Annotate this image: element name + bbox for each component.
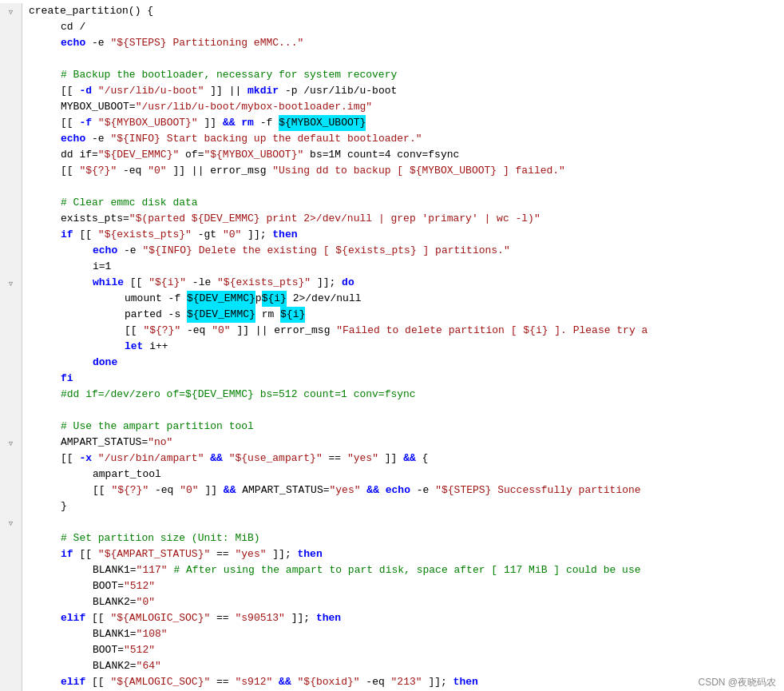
gutter-row — [0, 147, 22, 163]
gutter-row — [0, 83, 22, 99]
gutter-row — [0, 451, 22, 467]
fold-icon: ▿ — [7, 5, 14, 18]
gutter-row-while: ▿ — [0, 275, 22, 291]
code-line-empty2 — [29, 179, 784, 195]
gutter-row — [0, 163, 22, 179]
code-line-if1: if [[ "${exists_pts}" -gt "0" ]]; then — [29, 227, 784, 243]
code-line-echo2: echo -e "${INFO} Delete the existing [ $… — [29, 243, 784, 259]
gutter-row — [0, 51, 22, 67]
code-line-empty3 — [29, 403, 784, 419]
gutter-row — [0, 99, 22, 115]
code-line-3: echo -e "${STEPS} Partitioning eMMC..." — [29, 35, 784, 51]
code-line-boot2: BOOT= "512" — [29, 642, 784, 658]
gutter-row — [0, 179, 22, 195]
gutter-row — [0, 307, 22, 323]
gutter-row — [0, 291, 22, 307]
gutter-row — [0, 562, 22, 578]
code-line-i1: i=1 — [29, 259, 784, 275]
gutter-row — [0, 467, 22, 483]
code-line-9: echo -e "${INFO} Start backing up the de… — [29, 131, 784, 147]
gutter-row — [0, 19, 22, 35]
highlight-i-2: ${i} — [280, 307, 305, 323]
watermark: CSDN @夜晓码农 — [698, 676, 776, 689]
code-line-comment4: # Use the ampart partition tool — [29, 419, 784, 435]
gutter-row — [0, 371, 22, 387]
code-line-2: cd / — [29, 19, 784, 35]
highlight-dev-emmc-1: ${DEV_EMMC} — [187, 291, 255, 307]
code-line-fi: fi — [29, 371, 784, 387]
gutter-row — [0, 323, 22, 339]
highlight-dev-emmc-2: ${DEV_EMMC} — [187, 307, 255, 323]
fold-icon-while: ▿ — [7, 276, 14, 290]
gutter-row: ▿ — [0, 3, 22, 19]
code-line-if2: if [[ "${AMPART_STATUS}" == "yes" ]]; th… — [29, 546, 784, 562]
gutter-row — [0, 227, 22, 243]
code-line-empty — [29, 51, 784, 67]
code-line-let: let i++ — [29, 339, 784, 355]
code-line-done: done — [29, 355, 784, 371]
code-container: ▿ ▿ — [0, 0, 784, 691]
code-line-elif2: elif [[ "${AMLOGIC_SOC}" == "s912" && "$… — [29, 674, 784, 690]
gutter-row — [0, 530, 22, 546]
fold-icon-if: ▿ — [7, 516, 14, 530]
gutter-row — [0, 339, 22, 355]
gutter-row — [0, 498, 22, 514]
gutter-row — [0, 419, 22, 435]
code-line-comment2: # Clear emmc disk data — [29, 195, 784, 211]
code-line-umount: umount -f ${DEV_EMMC} p ${i} 2>/dev/null — [29, 291, 784, 307]
gutter-row — [0, 243, 22, 259]
gutter-row-ampart: ▿ — [0, 435, 22, 451]
code-line-comment1: # Backup the bootloader, necessary for s… — [29, 67, 784, 83]
code-line-blank2b: BLANK2= "64" — [29, 658, 784, 674]
gutter-row — [0, 594, 22, 610]
gutter-row-if: ▿ — [0, 514, 22, 530]
code-line-brace: } — [29, 498, 784, 514]
code-line-1: create_partition() { — [29, 3, 784, 19]
gutter-row — [0, 578, 22, 594]
gutter-row — [0, 610, 22, 626]
code-line-ampart-status: AMPART_STATUS= "no" — [29, 435, 784, 451]
gutter-row — [0, 483, 22, 498]
func-name: create_partition — [29, 3, 129, 19]
highlight-mybox-uboot: ${MYBOX_UBOOT} — [279, 115, 366, 131]
gutter-row — [0, 403, 22, 419]
fold-icon-ampart: ▿ — [7, 436, 14, 450]
gutter-row — [0, 211, 22, 227]
gutter-row — [0, 195, 22, 211]
highlight-i-1: ${i} — [262, 291, 287, 307]
code-line-blank1b: BLANK1= "108" — [29, 626, 784, 642]
gutter-row — [0, 35, 22, 51]
code-line-while: while [[ "${i}" -le "${exists_pts}" ]]; … — [29, 275, 784, 291]
code-line-8: [[ -f "${MYBOX_UBOOT}" ]] && rm -f ${MYB… — [29, 115, 784, 131]
code-line-empty4 — [29, 514, 784, 530]
gutter-row — [0, 259, 22, 275]
code-line-exists: exists_pts= "$(parted ${DEV_EMMC} print … — [29, 211, 784, 227]
gutter-row — [0, 115, 22, 131]
gutter-row — [0, 67, 22, 83]
code-line-6: [[ -d "/usr/lib/u-boot" ]] || mkdir -p /… — [29, 83, 784, 99]
gutter-row — [0, 626, 22, 642]
code-line-errormsg: [[ "${?}" -eq "0" ]] || error_msg "Faile… — [29, 323, 784, 339]
code-line-ampart-tool: ampart_tool — [29, 467, 784, 483]
code-line-comment5: # Set partition size (Unit: MiB) — [29, 530, 784, 546]
code-line-parted: parted -s ${DEV_EMMC} rm ${i} — [29, 307, 784, 323]
gutter: ▿ ▿ — [0, 3, 22, 691]
gutter-row — [0, 387, 22, 403]
code-line-boot1: BOOT= "512" — [29, 578, 784, 594]
code-line-blank2: BLANK2= "0" — [29, 594, 784, 610]
gutter-row — [0, 131, 22, 147]
code-line-elif1: elif [[ "${AMLOGIC_SOC}" == "s90513" ]];… — [29, 610, 784, 626]
gutter-row — [0, 355, 22, 371]
gutter-row — [0, 546, 22, 562]
code-line-comment3: #dd if=/dev/zero of=${DEV_EMMC} bs=512 c… — [29, 387, 784, 403]
code-line-ampart-result: [[ "${?}" -eq "0" ]] && AMPART_STATUS= "… — [29, 483, 784, 498]
code-line-7: MYBOX_UBOOT= "/usr/lib/u-boot/mybox-boot… — [29, 99, 784, 115]
code-line-11: [[ "${?}" -eq "0" ]] || error_msg "Using… — [29, 163, 784, 179]
code-area: create_partition() { cd / echo -e "${STE… — [22, 3, 784, 691]
code-line-10: dd if= "${DEV_EMMC}" of= "${MYBOX_UBOOT}… — [29, 147, 784, 163]
code-line-ampart-check: [[ -x "/usr/bin/ampart" && "${use_ampart… — [29, 451, 784, 467]
code-line-blank1: BLANK1= "117" # After using the ampart t… — [29, 562, 784, 578]
